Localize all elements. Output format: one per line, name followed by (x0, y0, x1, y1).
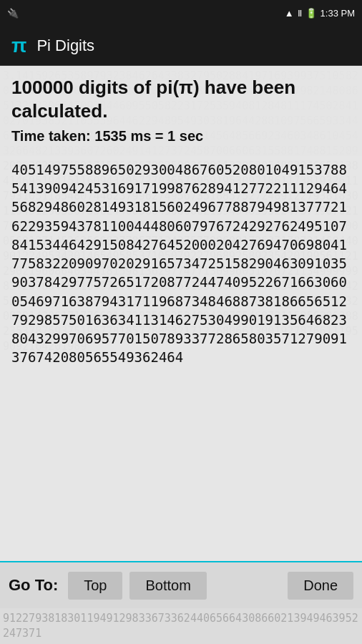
content-area: 3.14159265358979323846264338327950288419… (0, 66, 362, 644)
time-taken-text: Time taken: 1535 ms = 1 sec (11, 128, 351, 145)
top-button[interactable]: Top (68, 572, 122, 600)
fg-content: 100000 digits of pi(π) have been calcula… (0, 66, 362, 644)
digits-display: 4051497558896502930048676052080104915378… (0, 156, 362, 561)
pi-symbol: π (11, 34, 26, 57)
time-display: 1:33 PM (321, 8, 355, 19)
below-footer-digits: 9122793818301194912983367336244065664308… (0, 608, 362, 644)
battery-icon: 🔋 (305, 8, 317, 19)
footer-bar: Go To: Top Bottom Done (0, 562, 362, 608)
signal-icon: Ⅱ (298, 8, 302, 19)
status-left: 🔌 (7, 8, 19, 19)
status-right: ▲ Ⅱ 🔋 1:33 PM (285, 8, 355, 19)
title-bar: π Pi Digits (0, 26, 362, 66)
bottom-button[interactable]: Bottom (129, 572, 206, 600)
usb-icon: 🔌 (7, 8, 19, 19)
digits-count-text: 100000 digits of pi(π) have been calcula… (11, 76, 351, 122)
status-bar: 🔌 ▲ Ⅱ 🔋 1:33 PM (0, 0, 362, 26)
done-button[interactable]: Done (288, 572, 353, 600)
wifi-icon: ▲ (285, 8, 294, 19)
info-box: 100000 digits of pi(π) have been calcula… (0, 66, 362, 156)
go-to-label: Go To: (9, 576, 58, 595)
app-title: Pi Digits (36, 36, 94, 55)
